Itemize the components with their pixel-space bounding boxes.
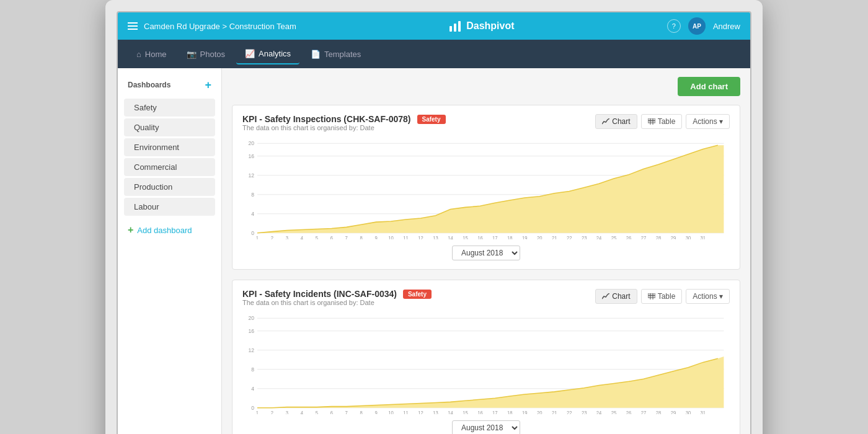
add-dashboard-plus-icon: + — [128, 224, 133, 236]
chart-1-title: KPI - Safety Inspections (CHK-SAF-0078) — [242, 114, 411, 124]
svg-text:20: 20 — [537, 410, 542, 414]
svg-text:4: 4 — [301, 236, 304, 239]
svg-text:15: 15 — [463, 236, 468, 239]
content-header: Add chart — [232, 77, 740, 96]
chart-2-chart-button[interactable]: Chart — [595, 289, 637, 304]
chart-2-table-button[interactable]: Table — [641, 289, 683, 304]
svg-text:7: 7 — [345, 236, 348, 239]
sidebar-item-commercial[interactable]: Commercial — [124, 158, 215, 176]
chart-card-2-title-area: KPI - Safety Incidents (INC-SAF-0034) Sa… — [242, 289, 432, 312]
nav-item-home[interactable]: ⌂ Home — [128, 45, 175, 64]
svg-text:29: 29 — [671, 410, 676, 414]
sidebar-add-icon[interactable]: + — [205, 79, 211, 91]
chart-card-2-header: KPI - Safety Incidents (INC-SAF-0034) Sa… — [242, 289, 730, 312]
svg-text:16: 16 — [477, 410, 483, 414]
logo-icon — [449, 20, 461, 32]
svg-text:11: 11 — [403, 236, 409, 239]
chart-1-table-button[interactable]: Table — [641, 114, 683, 129]
svg-text:4: 4 — [301, 410, 304, 414]
svg-text:20: 20 — [249, 315, 255, 321]
logo-text: Dashpivot — [466, 20, 514, 32]
avatar[interactable]: AP — [688, 17, 706, 35]
svg-text:20: 20 — [537, 236, 542, 239]
svg-text:10: 10 — [388, 410, 394, 414]
svg-text:7: 7 — [345, 410, 348, 414]
svg-text:17: 17 — [492, 410, 498, 414]
hamburger-menu[interactable] — [128, 22, 138, 30]
chart-card-2: KPI - Safety Incidents (INC-SAF-0034) Sa… — [232, 280, 740, 434]
svg-text:2: 2 — [271, 410, 274, 414]
svg-text:6: 6 — [330, 236, 334, 239]
chart-1-month-select[interactable]: August 2018 — [452, 246, 520, 260]
svg-text:27: 27 — [641, 236, 647, 239]
svg-text:19: 19 — [522, 410, 528, 414]
svg-text:13: 13 — [433, 410, 438, 414]
svg-text:4: 4 — [251, 386, 254, 392]
svg-text:13: 13 — [433, 236, 438, 239]
sidebar: Dashboards + Safety Quality Environment … — [118, 68, 222, 434]
top-bar: Camden Rd Upgrade > Construction Team Da… — [118, 12, 750, 40]
svg-text:26: 26 — [626, 236, 632, 239]
add-chart-button[interactable]: Add chart — [678, 77, 740, 96]
chart-card-1-header: KPI - Safety Inspections (CHK-SAF-0078) … — [242, 114, 730, 138]
svg-text:1: 1 — [256, 236, 259, 239]
nav-item-analytics[interactable]: 📈 Analytics — [236, 44, 299, 64]
templates-icon: 📄 — [311, 50, 321, 59]
chart-icon-1 — [602, 118, 609, 125]
nav-label-home: Home — [145, 50, 167, 59]
sidebar-item-production[interactable]: Production — [124, 178, 215, 196]
analytics-icon: 📈 — [245, 49, 255, 58]
svg-text:2: 2 — [271, 236, 274, 239]
sidebar-item-labour[interactable]: Labour — [124, 198, 215, 216]
svg-text:12: 12 — [249, 172, 255, 179]
svg-text:12: 12 — [249, 347, 255, 353]
chart-1-badge: Safety — [417, 115, 446, 124]
chart-2-title: KPI - Safety Incidents (INC-SAF-0034) — [242, 289, 397, 299]
svg-marker-19 — [257, 145, 724, 232]
svg-text:28: 28 — [656, 410, 662, 414]
svg-text:12: 12 — [418, 236, 423, 239]
svg-text:21: 21 — [552, 410, 557, 414]
chart-1-chart-button[interactable]: Chart — [595, 114, 637, 129]
laptop-wrapper: Camden Rd Upgrade > Construction Team Da… — [105, 0, 763, 434]
svg-text:1: 1 — [256, 410, 259, 414]
main-layout: Dashboards + Safety Quality Environment … — [118, 68, 750, 434]
user-name: Andrew — [713, 22, 740, 31]
sidebar-item-safety[interactable]: Safety — [124, 99, 215, 117]
chart-1-actions-button[interactable]: Actions ▾ — [686, 114, 730, 129]
svg-rect-51 — [648, 293, 655, 295]
svg-text:31: 31 — [701, 236, 706, 239]
svg-text:6: 6 — [330, 410, 334, 414]
chart-2-svg: 0 4 8 12 16 20 — [242, 315, 730, 414]
chart-2-actions-button[interactable]: Actions ▾ — [686, 289, 730, 304]
svg-text:23: 23 — [582, 410, 587, 414]
svg-text:12: 12 — [418, 410, 423, 414]
breadcrumb: Camden Rd Upgrade > Construction Team — [144, 22, 296, 31]
svg-rect-2 — [458, 21, 461, 32]
svg-text:5: 5 — [316, 236, 319, 239]
svg-text:25: 25 — [611, 410, 617, 414]
chart-2-footer: August 2018 — [242, 420, 730, 434]
chart-title-row-2: KPI - Safety Incidents (INC-SAF-0034) Sa… — [242, 289, 432, 299]
chart-1-footer: August 2018 — [242, 246, 730, 260]
sidebar-item-quality[interactable]: Quality — [124, 118, 215, 136]
home-icon: ⌂ — [136, 50, 141, 59]
svg-text:28: 28 — [656, 236, 662, 239]
nav-item-templates[interactable]: 📄 Templates — [302, 45, 370, 64]
svg-text:21: 21 — [552, 236, 557, 239]
nav-bar: ⌂ Home 📷 Photos 📈 Analytics 📄 Templates — [118, 40, 750, 68]
add-dashboard-button[interactable]: + Add dashboard — [118, 219, 221, 241]
chart-1-area: 0 4 8 12 16 20 — [242, 140, 730, 239]
nav-label-analytics: Analytics — [259, 49, 291, 58]
chart-2-month-select[interactable]: August 2018 — [452, 420, 520, 434]
svg-text:3: 3 — [286, 410, 289, 414]
svg-text:3: 3 — [286, 236, 289, 239]
nav-item-photos[interactable]: 📷 Photos — [178, 45, 234, 64]
svg-text:14: 14 — [448, 236, 453, 239]
logo-area: Dashpivot — [449, 20, 514, 32]
sidebar-item-environment[interactable]: Environment — [124, 138, 215, 156]
chart-2-area: 0 4 8 12 16 20 — [242, 315, 730, 414]
help-button[interactable]: ? — [667, 19, 681, 33]
svg-text:30: 30 — [686, 236, 691, 239]
top-bar-right: ? AP Andrew — [667, 17, 740, 35]
